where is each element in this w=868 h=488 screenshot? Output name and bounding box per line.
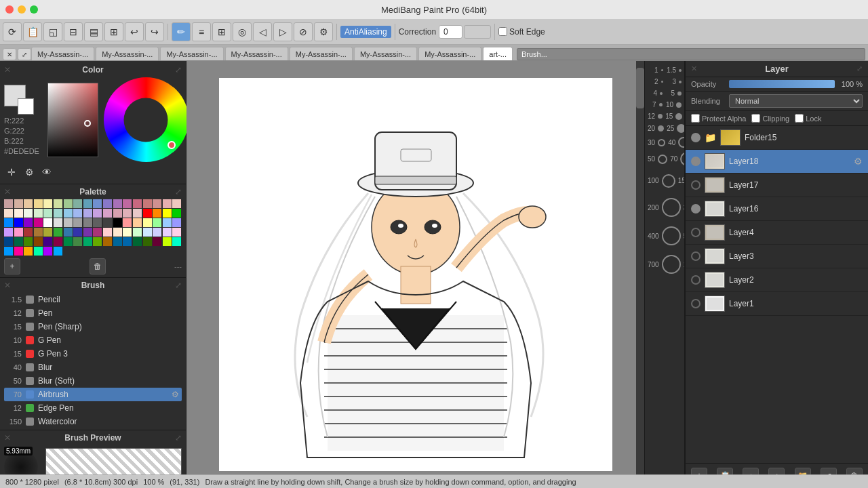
brush-item-7[interactable]: 70 Airbrush ⚙	[4, 388, 182, 401]
tab-2[interactable]: My-Assassin-...	[160, 47, 223, 60]
palette-color-62[interactable]	[83, 228, 92, 237]
palette-color-42[interactable]	[64, 218, 73, 227]
brush-item-3[interactable]: 10 G Pen	[4, 333, 182, 347]
size-circle-a-7[interactable]	[658, 155, 667, 164]
tool-flip[interactable]: ⊟	[64, 22, 83, 41]
size-circle-b-3[interactable]	[676, 102, 682, 108]
size-circle-a-8[interactable]	[662, 174, 675, 188]
tab-7[interactable]: art-...	[483, 47, 513, 60]
size-circle-a-1[interactable]	[661, 81, 663, 83]
palette-color-57[interactable]	[34, 228, 43, 237]
palette-color-25[interactable]	[73, 209, 82, 218]
palette-color-26[interactable]	[83, 209, 92, 218]
palette-color-22[interactable]	[43, 209, 52, 218]
tool-prev[interactable]: ◁	[253, 22, 272, 41]
size-circle-a-6[interactable]	[658, 139, 665, 146]
correction-arrow[interactable]	[464, 25, 491, 39]
palette-color-58[interactable]	[43, 228, 52, 237]
palette-color-11[interactable]	[113, 199, 122, 208]
palette-color-29[interactable]	[113, 209, 122, 218]
layer-item-2[interactable]: Layer17	[686, 174, 868, 197]
palette-color-63[interactable]	[93, 228, 102, 237]
palette-color-56[interactable]	[24, 228, 33, 237]
palette-color-81[interactable]	[93, 237, 102, 246]
palette-color-87[interactable]	[153, 237, 161, 246]
palette-color-65[interactable]	[113, 228, 122, 237]
tool-undo[interactable]: ↩	[125, 22, 144, 41]
palette-color-59[interactable]	[54, 228, 62, 237]
brush-item-6[interactable]: 50 Blur (Soft)	[4, 374, 182, 388]
tool-history[interactable]: ◱	[43, 22, 62, 41]
palette-color-51[interactable]	[153, 218, 161, 227]
layer-item-4[interactable]: Layer4	[686, 221, 868, 245]
size-circle-a-3[interactable]	[659, 103, 663, 106]
palette-color-6[interactable]	[64, 199, 73, 208]
layer-vis-2[interactable]	[691, 180, 701, 190]
palette-color-77[interactable]	[54, 237, 62, 246]
size-circle-b-5[interactable]	[677, 124, 685, 133]
palette-color-86[interactable]	[143, 237, 152, 246]
palette-color-17[interactable]	[172, 199, 181, 208]
layer-vis-4[interactable]	[691, 228, 701, 237]
palette-color-89[interactable]	[172, 237, 181, 246]
palette-color-79[interactable]	[73, 237, 82, 246]
layer-item-1[interactable]: Layer18 ⚙	[686, 150, 868, 174]
background-swatch[interactable]	[18, 98, 34, 115]
palette-color-74[interactable]	[24, 237, 33, 246]
tool-move[interactable]: ⟳	[3, 22, 22, 41]
tab-close-btn[interactable]: ✕	[3, 48, 16, 60]
palette-color-30[interactable]	[123, 209, 132, 218]
clipping-option[interactable]: Clipping	[751, 114, 789, 123]
size-circle-a-9[interactable]	[662, 198, 681, 217]
tool-copy[interactable]: 📋	[23, 22, 42, 41]
tool-transform[interactable]: ▤	[84, 22, 103, 41]
palette-color-10[interactable]	[103, 199, 112, 208]
palette-color-88[interactable]	[163, 237, 172, 246]
palette-color-31[interactable]	[133, 209, 142, 218]
canvas-area[interactable]	[186, 61, 644, 488]
palette-color-49[interactable]	[133, 218, 142, 227]
palette-color-83[interactable]	[113, 237, 122, 246]
size-circle-a-0[interactable]	[661, 69, 663, 71]
palette-color-55[interactable]	[14, 228, 23, 237]
opacity-slider[interactable]	[729, 80, 835, 88]
palette-color-5[interactable]	[54, 199, 62, 208]
brush-item-5[interactable]: 40 Blur	[4, 361, 182, 374]
layer-item-3[interactable]: Layer16	[686, 197, 868, 221]
palette-color-84[interactable]	[123, 237, 132, 246]
palette-color-8[interactable]	[83, 199, 92, 208]
tool-move-icon[interactable]: ✛	[4, 165, 19, 180]
lock-option[interactable]: Lock	[795, 114, 821, 123]
size-circle-a-10[interactable]	[662, 226, 681, 245]
minimize-button[interactable]	[18, 5, 26, 14]
palette-color-19[interactable]	[14, 209, 23, 218]
palette-color-32[interactable]	[143, 209, 152, 218]
drawing-area[interactable]	[219, 78, 612, 471]
palette-color-0[interactable]	[4, 199, 13, 208]
palette-color-12[interactable]	[123, 199, 132, 208]
tab-5[interactable]: My-Assassin-...	[354, 47, 417, 60]
layer-item-6[interactable]: Layer2	[686, 268, 868, 292]
palette-color-66[interactable]	[123, 228, 132, 237]
palette-color-18[interactable]	[4, 209, 13, 218]
size-circle-b-1[interactable]	[679, 81, 682, 83]
blending-select[interactable]: Normal	[729, 94, 863, 108]
brush-item-2[interactable]: 15 Pen (Sharp)	[4, 320, 182, 333]
palette-color-92[interactable]	[24, 247, 33, 256]
tool-brush[interactable]: ✏	[172, 22, 191, 41]
palette-color-73[interactable]	[14, 237, 23, 246]
palette-color-39[interactable]	[34, 218, 43, 227]
palette-color-75[interactable]	[34, 237, 43, 246]
tool-symmetry[interactable]: ⊞	[212, 22, 231, 41]
palette-color-50[interactable]	[143, 218, 152, 227]
palette-color-52[interactable]	[163, 218, 172, 227]
palette-color-35[interactable]	[172, 209, 181, 218]
palette-color-48[interactable]	[123, 218, 132, 227]
size-circle-a-4[interactable]	[658, 114, 663, 119]
palette-color-82[interactable]	[103, 237, 112, 246]
palette-color-72[interactable]	[4, 237, 13, 246]
palette-color-78[interactable]	[64, 237, 73, 246]
palette-color-21[interactable]	[34, 209, 43, 218]
palette-color-91[interactable]	[14, 247, 23, 256]
palette-color-15[interactable]	[153, 199, 161, 208]
